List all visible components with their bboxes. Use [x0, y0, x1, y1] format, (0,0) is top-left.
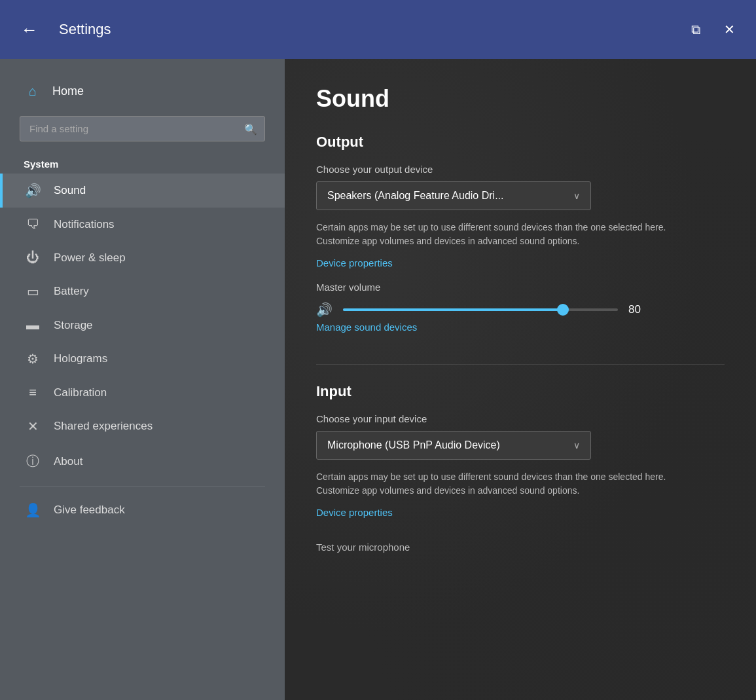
page-title: Sound	[316, 85, 725, 113]
sidebar-item-label: Battery	[54, 285, 89, 298]
search-box: 🔍	[20, 116, 265, 141]
output-device-value: Speakers (Analog Feature Audio Dri...	[327, 190, 503, 202]
input-device-label: Choose your input device	[316, 413, 725, 424]
home-icon: ⌂	[24, 84, 42, 99]
section-divider	[316, 364, 725, 365]
battery-icon: ▭	[24, 284, 42, 299]
sidebar-item-sound[interactable]: 🔊 Sound	[0, 174, 285, 208]
restore-button[interactable]: ⧉	[686, 20, 706, 40]
slider-track	[343, 308, 618, 311]
output-device-label: Choose your output device	[316, 164, 725, 175]
titlebar-controls: ⧉ ✕	[686, 19, 740, 40]
close-button[interactable]: ✕	[719, 19, 740, 40]
sidebar: ⌂ Home 🔍 System 🔊 Sound 🗨 Notifications …	[0, 59, 285, 700]
output-info-text: Certain apps may be set up to use differ…	[316, 221, 696, 248]
content-area: Sound Output Choose your output device S…	[285, 59, 756, 700]
sidebar-item-battery[interactable]: ▭ Battery	[0, 274, 285, 308]
slider-thumb[interactable]	[557, 304, 569, 316]
sidebar-item-feedback[interactable]: 👤 Give feedback	[0, 493, 285, 527]
input-device-dropdown[interactable]: Microphone (USB PnP Audio Device) ∨	[316, 431, 591, 460]
main-container: ⌂ Home 🔍 System 🔊 Sound 🗨 Notifications …	[0, 59, 756, 700]
sidebar-item-label: Notifications	[54, 218, 115, 231]
sidebar-item-power[interactable]: ⏻ Power & sleep	[0, 241, 285, 274]
back-button[interactable]: ←	[16, 17, 43, 43]
sidebar-item-label: Storage	[54, 319, 93, 332]
titlebar: ← Settings ⧉ ✕	[0, 0, 756, 59]
volume-value: 80	[628, 303, 652, 316]
input-section-title: Input	[316, 383, 725, 400]
notifications-icon: 🗨	[24, 217, 42, 232]
sidebar-item-label: Sound	[54, 184, 86, 197]
output-device-dropdown[interactable]: Speakers (Analog Feature Audio Dri... ∨	[316, 181, 591, 210]
sidebar-item-shared-experiences[interactable]: ✕ Shared experiences	[0, 409, 285, 443]
dropdown-arrow-icon: ∨	[573, 191, 580, 201]
holograms-icon: ⚙	[24, 351, 42, 367]
titlebar-left: ← Settings	[16, 17, 111, 43]
input-device-value: Microphone (USB PnP Audio Device)	[327, 439, 500, 451]
sidebar-item-calibration[interactable]: ≡ Calibration	[0, 376, 285, 409]
sidebar-divider	[20, 486, 265, 487]
test-microphone-label: Test your microphone	[316, 542, 725, 553]
app-title: Settings	[59, 21, 111, 38]
sidebar-section-label: System	[0, 149, 285, 174]
sidebar-item-about[interactable]: ⓘ About	[0, 443, 285, 479]
volume-row: 🔊 80	[316, 302, 725, 318]
input-info-text: Certain apps may be set up to use differ…	[316, 470, 696, 498]
search-icon: 🔍	[244, 122, 257, 135]
sidebar-item-label: About	[54, 455, 82, 468]
volume-label: Master volume	[316, 282, 725, 293]
slider-fill	[343, 308, 563, 311]
input-dropdown-arrow-icon: ∨	[573, 440, 580, 451]
feedback-icon: 👤	[24, 502, 42, 518]
volume-speaker-icon: 🔊	[316, 302, 333, 318]
shared-icon: ✕	[24, 418, 42, 434]
output-section-title: Output	[316, 134, 725, 151]
power-icon: ⏻	[24, 250, 42, 265]
sidebar-item-home[interactable]: ⌂ Home	[0, 75, 285, 108]
sidebar-item-holograms[interactable]: ⚙ Holograms	[0, 342, 285, 376]
sidebar-home-label: Home	[52, 84, 84, 98]
sound-icon: 🔊	[24, 183, 42, 198]
manage-sound-devices-link[interactable]: Manage sound devices	[316, 322, 417, 333]
storage-icon: ▬	[24, 318, 42, 333]
sidebar-item-notifications[interactable]: 🗨 Notifications	[0, 208, 285, 241]
sidebar-item-label: Power & sleep	[54, 251, 126, 265]
input-device-properties-link[interactable]: Device properties	[316, 507, 393, 518]
calibration-icon: ≡	[24, 385, 42, 400]
sidebar-feedback-label: Give feedback	[54, 504, 125, 517]
sidebar-item-label: Shared experiences	[54, 420, 153, 433]
output-device-properties-link[interactable]: Device properties	[316, 257, 393, 268]
sidebar-item-label: Calibration	[54, 386, 107, 399]
sidebar-item-label: Holograms	[54, 352, 107, 365]
about-icon: ⓘ	[24, 452, 42, 470]
sidebar-item-storage[interactable]: ▬ Storage	[0, 308, 285, 342]
search-input[interactable]	[20, 116, 265, 141]
volume-slider[interactable]	[343, 303, 618, 316]
